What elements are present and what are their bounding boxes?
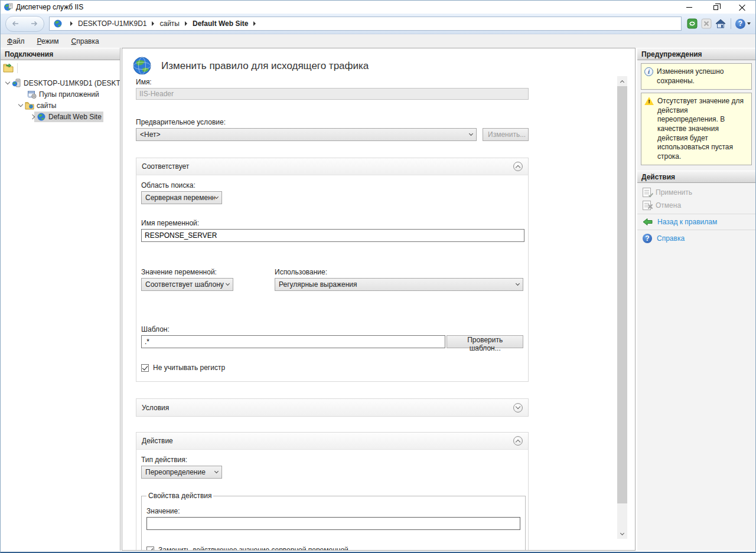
precondition-label: Предварительное условие: [136, 118, 529, 126]
action-value-field[interactable] [146, 517, 520, 530]
usage-label: Использование: [275, 268, 523, 276]
toolbar-divider [17, 63, 18, 73]
scrollbar-thumb[interactable] [617, 86, 627, 503]
collapse-button[interactable] [513, 162, 523, 171]
breadcrumb-item-sites[interactable]: сайты [159, 19, 180, 28]
chevron-down-icon [516, 282, 520, 286]
apply-icon [643, 188, 651, 197]
tree-item-app-pools[interactable]: Пулы приложений [1, 89, 120, 100]
action-section-title: Действие [142, 437, 513, 445]
chevron-down-icon [469, 132, 473, 136]
alerts-list: i Изменения успешно сохранены. ! Отсутст… [637, 60, 755, 168]
scroll-up-button[interactable] [617, 76, 627, 86]
tree-item-label: Пулы приложений [39, 90, 99, 99]
help-icon: ? [643, 234, 652, 243]
minimize-button[interactable] [676, 1, 702, 14]
tree-item-label: сайты [37, 102, 57, 110]
app-icon [4, 2, 13, 12]
usage-select[interactable]: Регулярные выражения [275, 278, 523, 291]
scroll-down-button[interactable] [617, 529, 627, 539]
scope-value: Серверная переменн [145, 194, 215, 202]
breadcrumb-item-default-web-site[interactable]: Default Web Site [193, 19, 248, 28]
variable-value-select[interactable]: Соответствует шаблону [141, 278, 233, 291]
test-pattern-button[interactable]: Проверить шаблон... [447, 335, 523, 348]
chevron-up-icon [516, 439, 520, 444]
application-pools-icon [27, 90, 37, 99]
restore-icon [713, 5, 718, 10]
back-button[interactable] [11, 19, 20, 28]
warning-notice-text: Отсутствует значение для действия переоп… [657, 97, 748, 161]
close-button[interactable] [729, 1, 755, 14]
workspace: Подключения DESKTOP-U1MK9D1 (DESKTOP [1, 48, 755, 551]
sites-folder-icon [25, 101, 34, 110]
breadcrumb-separator-icon [185, 21, 187, 26]
chevron-down-icon [214, 469, 219, 473]
chevron-down-icon[interactable] [18, 102, 23, 107]
forward-button[interactable] [30, 19, 39, 28]
replace-value-checkbox[interactable] [146, 547, 154, 551]
action-type-select[interactable]: Переопределение [141, 466, 222, 479]
site-globe-icon [37, 112, 46, 122]
ignore-case-checkbox[interactable] [141, 364, 149, 372]
chevron-down-icon[interactable] [5, 80, 10, 84]
menu-view[interactable]: Режим [37, 37, 59, 45]
tree-item-server[interactable]: DESKTOP-U1MK9D1 (DESKTOP [1, 77, 120, 89]
match-section: Соответствует Область поиска: Серверная … [136, 158, 529, 382]
variable-name-field[interactable] [141, 229, 524, 242]
apply-label: Применить [656, 188, 692, 197]
chevron-up-icon [620, 80, 624, 84]
page-title: Изменить правило для исходящего трафика [161, 60, 369, 72]
chevron-down-icon [214, 195, 219, 199]
stop-button [700, 18, 712, 30]
info-notice-text: Изменения успешно сохранены. [657, 67, 748, 86]
actions-panel-container: Предупреждения i Изменения успешно сохра… [637, 48, 755, 551]
precondition-select[interactable]: <Нет> [136, 128, 477, 141]
actions-divider [637, 230, 755, 230]
home-button[interactable] [715, 18, 726, 30]
help-action[interactable]: ? Справка [637, 232, 755, 245]
name-label: Имя: [136, 78, 529, 86]
breadcrumb-separator-icon [152, 21, 154, 26]
actions-divider [637, 214, 755, 214]
match-section-header[interactable]: Соответствует [136, 158, 528, 175]
rule-form: Имя: Предварительное условие: <Нет> Изме… [136, 78, 529, 551]
alerts-header: Предупреждения [637, 48, 755, 60]
tree-item-label: DESKTOP-U1MK9D1 (DESKTOP [24, 79, 120, 87]
menu-help[interactable]: Справка [71, 37, 99, 45]
breadcrumb-item-server[interactable]: DESKTOP-U1MK9D1 [78, 19, 146, 28]
vertical-scrollbar[interactable] [617, 76, 627, 539]
back-to-rules-action[interactable]: Назад к правилам [637, 216, 755, 228]
pattern-field[interactable] [141, 335, 445, 348]
refresh-button[interactable] [686, 18, 698, 30]
conditions-section-header[interactable]: Условия [136, 399, 528, 416]
apply-action: Применить [637, 186, 755, 199]
help-menu-button[interactable]: ? [735, 19, 751, 29]
save-connection-icon[interactable] [3, 63, 14, 73]
action-section-header[interactable]: Действие [136, 433, 528, 450]
replace-value-label: Заменить действующее значение серверной … [158, 546, 348, 551]
connections-panel: Подключения DESKTOP-U1MK9D1 (DESKTOP [1, 48, 120, 551]
pattern-label: Шаблон: [141, 325, 523, 333]
caret-down-icon [747, 22, 751, 25]
chevron-down-icon [620, 531, 624, 535]
stop-icon [701, 18, 712, 29]
scope-select[interactable]: Серверная переменн [141, 191, 222, 204]
menu-file[interactable]: Файл [7, 37, 25, 45]
restore-button[interactable] [702, 1, 729, 14]
name-field [136, 88, 529, 100]
menu-bar: Файл Режим Справка [1, 34, 755, 48]
breadcrumb[interactable]: DESKTOP-U1MK9D1 сайты Default Web Site [49, 17, 682, 31]
collapse-button[interactable] [513, 436, 523, 446]
breadcrumb-separator-icon [253, 21, 256, 26]
back-to-rules-label: Назад к правилам [657, 218, 717, 226]
chevron-down-icon [516, 404, 520, 409]
scope-label: Область поиска: [141, 181, 523, 189]
precondition-value: <Нет> [140, 130, 470, 139]
tree-item-sites[interactable]: сайты [1, 100, 120, 111]
match-section-title: Соответствует [142, 162, 513, 171]
expand-button[interactable] [513, 403, 523, 413]
tree-item-default-web-site[interactable]: Default Web Site [1, 111, 120, 122]
home-icon [715, 18, 726, 29]
action-properties-group: Свойства действия Значение: Заменить дей… [141, 492, 526, 551]
server-icon [12, 78, 21, 88]
